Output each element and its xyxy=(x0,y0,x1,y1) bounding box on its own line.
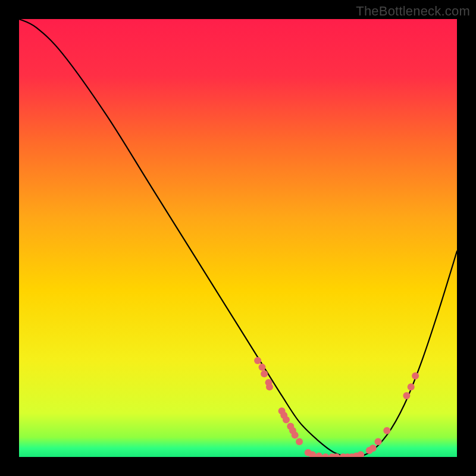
data-point xyxy=(266,383,273,390)
data-point xyxy=(296,438,303,445)
data-point xyxy=(403,392,410,399)
watermark-text: TheBottleneck.com xyxy=(356,4,470,19)
data-point xyxy=(408,383,415,390)
bottleneck-chart xyxy=(19,19,457,457)
data-point xyxy=(258,364,265,371)
data-point xyxy=(383,427,390,434)
data-point xyxy=(254,357,261,364)
data-point xyxy=(375,438,382,445)
data-point xyxy=(369,444,377,452)
heatmap-background xyxy=(19,19,457,457)
data-point xyxy=(292,431,299,439)
data-point xyxy=(412,372,419,380)
data-point xyxy=(261,370,268,377)
data-point xyxy=(283,416,290,423)
